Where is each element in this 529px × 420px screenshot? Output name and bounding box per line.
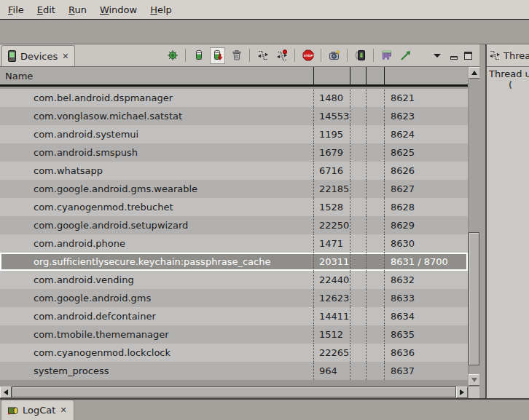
cell-pid: 1471: [313, 234, 350, 253]
scroll-up-button[interactable]: [469, 67, 480, 79]
table-row[interactable]: com.google.android.gms.wearable221858627: [0, 180, 468, 198]
cell-c4: [366, 253, 384, 271]
cell-name: com.google.android.gms: [0, 289, 313, 307]
start-trace-button[interactable]: [398, 47, 413, 64]
column-header-4[interactable]: [366, 67, 384, 84]
cell-name: com.cyanogenmod.lockclock: [0, 344, 313, 362]
tab-logcat[interactable]: LogCat ✕: [1, 400, 74, 420]
threads-icon: [257, 49, 269, 61]
toolbar-separator: [294, 49, 295, 62]
column-header-port[interactable]: [384, 67, 468, 84]
cell-pid: 1512: [313, 325, 350, 344]
vertical-scroll-track[interactable]: [469, 79, 479, 374]
toolbar-separator: [373, 49, 374, 62]
table-row[interactable]: com.bel.android.dspmanager14808621: [0, 89, 468, 107]
table-row[interactable]: com.google.android.gms126238633: [0, 289, 468, 307]
cell-c4: [366, 125, 384, 143]
dump-hprof-button[interactable]: [210, 47, 225, 64]
cell-c4: [366, 143, 384, 162]
cell-c4: [366, 198, 384, 216]
cell-pid: 1528: [313, 198, 350, 216]
tab-devices-label: Devices: [20, 51, 58, 62]
cell-c4: [366, 180, 384, 198]
vertical-scroll-thumb[interactable]: [469, 232, 479, 365]
scroll-right-button[interactable]: [456, 387, 468, 398]
cell-port: 8633: [384, 289, 468, 307]
stop-icon: STOP: [302, 49, 314, 61]
cell-pid: 1195: [313, 125, 350, 143]
threads-message-line1: Thread up: [487, 68, 529, 79]
column-header-name[interactable]: Name: [0, 67, 313, 84]
cause-gc-button[interactable]: [229, 47, 244, 64]
table-row[interactable]: com.whatsapp67168626: [0, 162, 468, 180]
trace-arrow-icon: [400, 49, 412, 61]
cell-port: 8636: [384, 344, 468, 362]
cell-c3: [350, 216, 366, 234]
table-row[interactable]: com.cyanogenmod.lockclock222658636: [0, 344, 468, 362]
update-threads-button[interactable]: [255, 47, 270, 64]
minimize-button[interactable]: [448, 50, 459, 61]
screen-capture-button[interactable]: [326, 47, 342, 64]
start-method-profiling-button[interactable]: [274, 47, 289, 64]
cell-pid: 6716: [313, 162, 350, 180]
cell-c3: [350, 289, 366, 307]
menu-file[interactable]: File: [1, 1, 31, 18]
cell-name: com.android.vending: [0, 271, 313, 289]
column-header-pid[interactable]: [313, 67, 350, 84]
cell-c4: [366, 216, 384, 234]
table-row[interactable]: com.vonglasow.michael.satstat145538623: [0, 107, 468, 125]
table-row[interactable]: com.android.defcontainer144118634: [0, 307, 468, 325]
view-hierarchy-button[interactable]: [379, 47, 394, 64]
panel-sash[interactable]: [479, 44, 485, 398]
table-row[interactable]: system_process9648637: [0, 362, 468, 380]
column-header-3[interactable]: [350, 67, 366, 84]
close-icon[interactable]: ✕: [61, 52, 69, 61]
tab-devices[interactable]: Devices ✕: [1, 45, 75, 66]
cell-port: 8634: [384, 307, 468, 325]
table-row[interactable]: com.cyanogenmod.trebuchet15288628: [0, 198, 468, 216]
capture-video-button[interactable]: [353, 47, 368, 64]
cell-name: com.android.phone: [0, 234, 313, 253]
view-menu-button[interactable]: [429, 47, 444, 64]
view-menu-icon: [431, 49, 443, 61]
table-row[interactable]: com.android.systemui11958624: [0, 125, 468, 143]
table-row[interactable]: com.android.phone14718630: [0, 234, 468, 253]
cell-c4: [366, 362, 384, 380]
table-row[interactable]: com.android.smspush16798625: [0, 143, 468, 162]
scroll-left-button[interactable]: [0, 387, 12, 398]
cell-pid: 22185: [313, 180, 350, 198]
stop-process-button[interactable]: STOP: [300, 47, 316, 64]
threads-message-line2: (: [487, 79, 529, 90]
table-row[interactable]: org.sufficientlysecure.keychain:passphra…: [0, 253, 468, 271]
table-row[interactable]: com.tmobile.thememanager15128635: [0, 325, 468, 344]
close-icon[interactable]: ✕: [59, 405, 67, 415]
debug-process-button[interactable]: [165, 47, 180, 64]
horizontal-scrollbar-row: [0, 386, 479, 398]
vertical-scrollbar[interactable]: [468, 67, 479, 386]
maximize-button[interactable]: [463, 50, 474, 61]
cell-name: com.cyanogenmod.trebuchet: [0, 198, 313, 216]
table-row[interactable]: com.google.android.setupwizard222508629: [0, 216, 468, 234]
tab-threads-label[interactable]: Threa: [503, 50, 529, 61]
horizontal-scroll-thumb[interactable]: [12, 387, 456, 397]
menu-run[interactable]: Run: [62, 1, 93, 18]
cell-port: 8630: [384, 234, 468, 253]
update-heap-button[interactable]: [191, 47, 206, 64]
phone-capture-icon: [355, 49, 367, 61]
cell-pid: 22250: [313, 216, 350, 234]
threads-tabbar: Threa: [487, 44, 529, 67]
horizontal-scroll-track[interactable]: [12, 387, 456, 398]
table-row[interactable]: com.android.vending224408632: [0, 271, 468, 289]
arrow-right-icon: [460, 389, 464, 395]
cell-port: 8627: [384, 180, 468, 198]
cell-pid: 1480: [313, 89, 350, 107]
phone-icon: [7, 50, 17, 62]
horizontal-scrollbar[interactable]: [0, 387, 468, 398]
menu-help[interactable]: Help: [144, 1, 179, 18]
bottom-tabbar: LogCat ✕: [0, 398, 529, 420]
cell-c3: [350, 89, 366, 107]
menu-edit[interactable]: Edit: [31, 1, 62, 18]
menu-window[interactable]: Window: [93, 1, 144, 18]
cell-c3: [350, 234, 366, 253]
scroll-down-button[interactable]: [469, 374, 480, 386]
